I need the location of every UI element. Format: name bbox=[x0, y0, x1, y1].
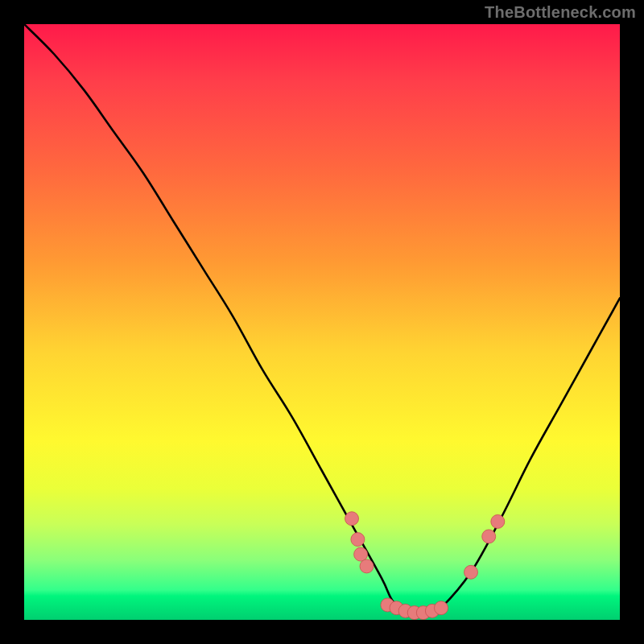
watermark-text: TheBottleneck.com bbox=[485, 3, 636, 22]
plot-area bbox=[24, 24, 620, 620]
data-point-p14 bbox=[491, 514, 505, 528]
chart-stage: TheBottleneck.com bbox=[0, 0, 644, 644]
data-point-p1 bbox=[345, 512, 359, 526]
data-point-p11 bbox=[435, 601, 448, 615]
data-point-p2 bbox=[351, 533, 365, 547]
data-point-p13 bbox=[482, 530, 496, 543]
curve-layer bbox=[24, 24, 620, 620]
data-point-p12 bbox=[464, 565, 478, 579]
data-point-p3 bbox=[354, 547, 368, 561]
data-point-p4 bbox=[360, 559, 374, 573]
bottleneck-curve bbox=[24, 24, 620, 615]
data-points bbox=[345, 512, 505, 620]
